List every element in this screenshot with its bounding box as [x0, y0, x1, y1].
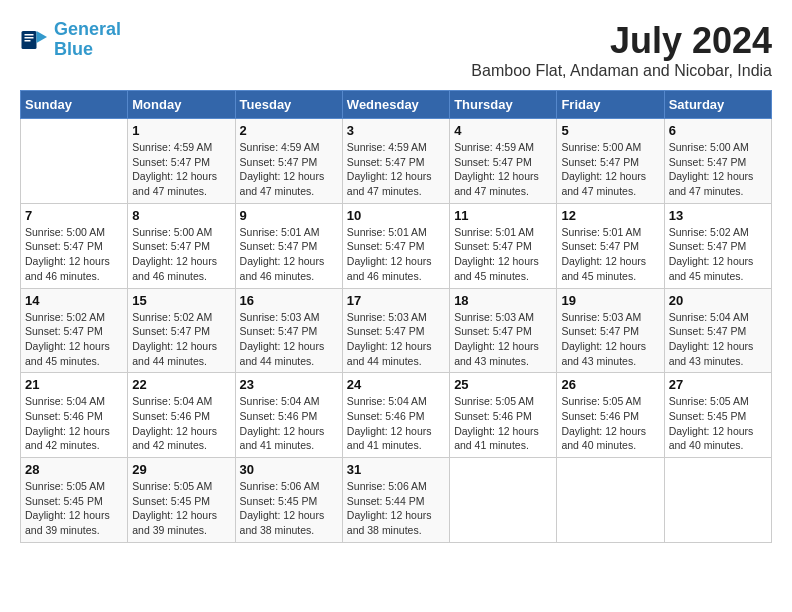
calendar-cell: 15Sunrise: 5:02 AM Sunset: 5:47 PM Dayli… [128, 288, 235, 373]
day-info: Sunrise: 5:05 AM Sunset: 5:45 PM Dayligh… [25, 479, 123, 538]
weekday-header-cell: Sunday [21, 91, 128, 119]
weekday-header-cell: Thursday [450, 91, 557, 119]
day-number: 11 [454, 208, 552, 223]
day-info: Sunrise: 5:04 AM Sunset: 5:46 PM Dayligh… [240, 394, 338, 453]
weekday-header-cell: Tuesday [235, 91, 342, 119]
calendar-cell: 5Sunrise: 5:00 AM Sunset: 5:47 PM Daylig… [557, 119, 664, 204]
calendar-cell: 16Sunrise: 5:03 AM Sunset: 5:47 PM Dayli… [235, 288, 342, 373]
weekday-header-row: SundayMondayTuesdayWednesdayThursdayFrid… [21, 91, 772, 119]
logo: GeneralBlue [20, 20, 121, 60]
calendar-cell [664, 458, 771, 543]
day-info: Sunrise: 5:03 AM Sunset: 5:47 PM Dayligh… [240, 310, 338, 369]
calendar-cell: 23Sunrise: 5:04 AM Sunset: 5:46 PM Dayli… [235, 373, 342, 458]
day-number: 20 [669, 293, 767, 308]
calendar-cell: 28Sunrise: 5:05 AM Sunset: 5:45 PM Dayli… [21, 458, 128, 543]
calendar-week-row: 1Sunrise: 4:59 AM Sunset: 5:47 PM Daylig… [21, 119, 772, 204]
day-info: Sunrise: 5:05 AM Sunset: 5:46 PM Dayligh… [454, 394, 552, 453]
day-info: Sunrise: 5:05 AM Sunset: 5:46 PM Dayligh… [561, 394, 659, 453]
day-info: Sunrise: 5:06 AM Sunset: 5:44 PM Dayligh… [347, 479, 445, 538]
day-number: 9 [240, 208, 338, 223]
day-number: 7 [25, 208, 123, 223]
day-number: 5 [561, 123, 659, 138]
day-number: 30 [240, 462, 338, 477]
day-number: 25 [454, 377, 552, 392]
calendar-cell: 19Sunrise: 5:03 AM Sunset: 5:47 PM Dayli… [557, 288, 664, 373]
day-number: 23 [240, 377, 338, 392]
calendar-cell: 21Sunrise: 5:04 AM Sunset: 5:46 PM Dayli… [21, 373, 128, 458]
day-number: 3 [347, 123, 445, 138]
day-info: Sunrise: 5:03 AM Sunset: 5:47 PM Dayligh… [347, 310, 445, 369]
day-number: 22 [132, 377, 230, 392]
calendar-cell: 22Sunrise: 5:04 AM Sunset: 5:46 PM Dayli… [128, 373, 235, 458]
calendar-body: 1Sunrise: 4:59 AM Sunset: 5:47 PM Daylig… [21, 119, 772, 543]
day-number: 29 [132, 462, 230, 477]
calendar-cell [21, 119, 128, 204]
svg-rect-4 [25, 40, 31, 42]
day-info: Sunrise: 5:02 AM Sunset: 5:47 PM Dayligh… [669, 225, 767, 284]
logo-icon [20, 25, 50, 55]
calendar-cell [557, 458, 664, 543]
calendar-cell: 2Sunrise: 4:59 AM Sunset: 5:47 PM Daylig… [235, 119, 342, 204]
day-info: Sunrise: 5:03 AM Sunset: 5:47 PM Dayligh… [561, 310, 659, 369]
day-number: 24 [347, 377, 445, 392]
calendar-cell: 7Sunrise: 5:00 AM Sunset: 5:47 PM Daylig… [21, 203, 128, 288]
day-info: Sunrise: 5:03 AM Sunset: 5:47 PM Dayligh… [454, 310, 552, 369]
title-area: July 2024 Bamboo Flat, Andaman and Nicob… [471, 20, 772, 80]
calendar-cell: 17Sunrise: 5:03 AM Sunset: 5:47 PM Dayli… [342, 288, 449, 373]
calendar-cell: 3Sunrise: 4:59 AM Sunset: 5:47 PM Daylig… [342, 119, 449, 204]
calendar: SundayMondayTuesdayWednesdayThursdayFrid… [20, 90, 772, 543]
calendar-cell: 4Sunrise: 4:59 AM Sunset: 5:47 PM Daylig… [450, 119, 557, 204]
day-info: Sunrise: 5:00 AM Sunset: 5:47 PM Dayligh… [669, 140, 767, 199]
subtitle: Bamboo Flat, Andaman and Nicobar, India [471, 62, 772, 80]
day-info: Sunrise: 4:59 AM Sunset: 5:47 PM Dayligh… [347, 140, 445, 199]
day-number: 27 [669, 377, 767, 392]
day-number: 1 [132, 123, 230, 138]
calendar-cell: 31Sunrise: 5:06 AM Sunset: 5:44 PM Dayli… [342, 458, 449, 543]
day-info: Sunrise: 5:02 AM Sunset: 5:47 PM Dayligh… [25, 310, 123, 369]
svg-rect-3 [25, 37, 34, 39]
day-number: 28 [25, 462, 123, 477]
day-info: Sunrise: 5:05 AM Sunset: 5:45 PM Dayligh… [132, 479, 230, 538]
calendar-cell: 29Sunrise: 5:05 AM Sunset: 5:45 PM Dayli… [128, 458, 235, 543]
day-number: 21 [25, 377, 123, 392]
weekday-header-cell: Friday [557, 91, 664, 119]
logo-text: GeneralBlue [54, 20, 121, 60]
calendar-cell: 11Sunrise: 5:01 AM Sunset: 5:47 PM Dayli… [450, 203, 557, 288]
day-number: 12 [561, 208, 659, 223]
day-number: 18 [454, 293, 552, 308]
day-info: Sunrise: 4:59 AM Sunset: 5:47 PM Dayligh… [132, 140, 230, 199]
day-info: Sunrise: 5:01 AM Sunset: 5:47 PM Dayligh… [454, 225, 552, 284]
svg-marker-1 [37, 31, 48, 43]
svg-rect-2 [25, 34, 34, 36]
day-info: Sunrise: 5:06 AM Sunset: 5:45 PM Dayligh… [240, 479, 338, 538]
calendar-week-row: 7Sunrise: 5:00 AM Sunset: 5:47 PM Daylig… [21, 203, 772, 288]
day-number: 4 [454, 123, 552, 138]
day-info: Sunrise: 5:04 AM Sunset: 5:47 PM Dayligh… [669, 310, 767, 369]
day-number: 14 [25, 293, 123, 308]
day-number: 26 [561, 377, 659, 392]
day-info: Sunrise: 4:59 AM Sunset: 5:47 PM Dayligh… [454, 140, 552, 199]
calendar-cell: 1Sunrise: 4:59 AM Sunset: 5:47 PM Daylig… [128, 119, 235, 204]
calendar-week-row: 14Sunrise: 5:02 AM Sunset: 5:47 PM Dayli… [21, 288, 772, 373]
day-info: Sunrise: 5:00 AM Sunset: 5:47 PM Dayligh… [25, 225, 123, 284]
day-info: Sunrise: 5:02 AM Sunset: 5:47 PM Dayligh… [132, 310, 230, 369]
day-info: Sunrise: 5:00 AM Sunset: 5:47 PM Dayligh… [132, 225, 230, 284]
calendar-cell: 8Sunrise: 5:00 AM Sunset: 5:47 PM Daylig… [128, 203, 235, 288]
weekday-header-cell: Saturday [664, 91, 771, 119]
day-info: Sunrise: 5:04 AM Sunset: 5:46 PM Dayligh… [347, 394, 445, 453]
calendar-cell: 24Sunrise: 5:04 AM Sunset: 5:46 PM Dayli… [342, 373, 449, 458]
header: GeneralBlue July 2024 Bamboo Flat, Andam… [20, 20, 772, 80]
day-info: Sunrise: 5:04 AM Sunset: 5:46 PM Dayligh… [25, 394, 123, 453]
day-number: 15 [132, 293, 230, 308]
day-info: Sunrise: 5:01 AM Sunset: 5:47 PM Dayligh… [347, 225, 445, 284]
calendar-cell: 12Sunrise: 5:01 AM Sunset: 5:47 PM Dayli… [557, 203, 664, 288]
day-number: 19 [561, 293, 659, 308]
day-info: Sunrise: 5:01 AM Sunset: 5:47 PM Dayligh… [240, 225, 338, 284]
calendar-cell: 9Sunrise: 5:01 AM Sunset: 5:47 PM Daylig… [235, 203, 342, 288]
calendar-cell: 27Sunrise: 5:05 AM Sunset: 5:45 PM Dayli… [664, 373, 771, 458]
day-number: 10 [347, 208, 445, 223]
weekday-header-cell: Monday [128, 91, 235, 119]
calendar-cell: 20Sunrise: 5:04 AM Sunset: 5:47 PM Dayli… [664, 288, 771, 373]
calendar-cell: 26Sunrise: 5:05 AM Sunset: 5:46 PM Dayli… [557, 373, 664, 458]
day-number: 31 [347, 462, 445, 477]
